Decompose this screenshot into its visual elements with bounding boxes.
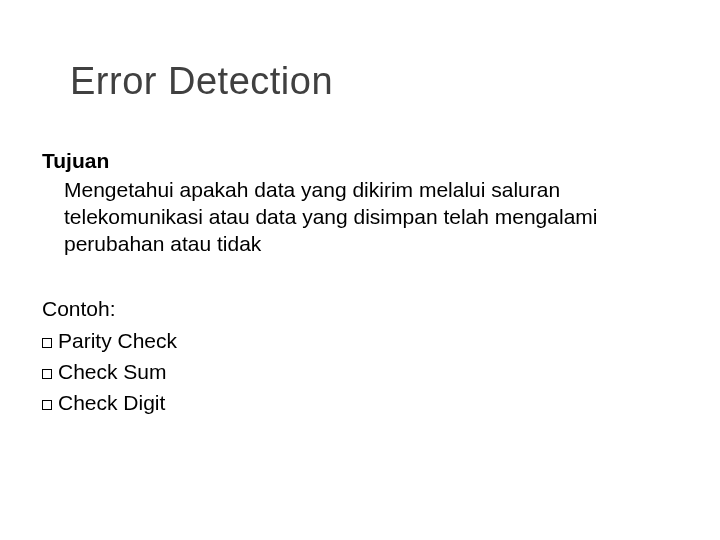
slide-body: Tujuan Mengetahui apakah data yang dikir… [42,148,660,421]
example-list: Parity Check Check Sum Check Digit [42,328,660,417]
bullet-square-icon [42,338,52,348]
section-paragraph-1: Mengetahui apakah data yang dikirim mela… [64,177,660,258]
list-item-label: Parity Check [58,329,177,352]
slide: Error Detection Tujuan Mengetahui apakah… [0,0,720,540]
list-item: Check Sum [42,359,660,386]
list-item-label: Check Sum [58,360,167,383]
section-heading-2: Contoh: [42,296,660,323]
list-item: Parity Check [42,328,660,355]
list-item: Check Digit [42,390,660,417]
list-item-label: Check Digit [58,391,165,414]
slide-title: Error Detection [70,60,333,103]
bullet-square-icon [42,369,52,379]
bullet-square-icon [42,400,52,410]
section-heading-1: Tujuan [42,148,660,175]
